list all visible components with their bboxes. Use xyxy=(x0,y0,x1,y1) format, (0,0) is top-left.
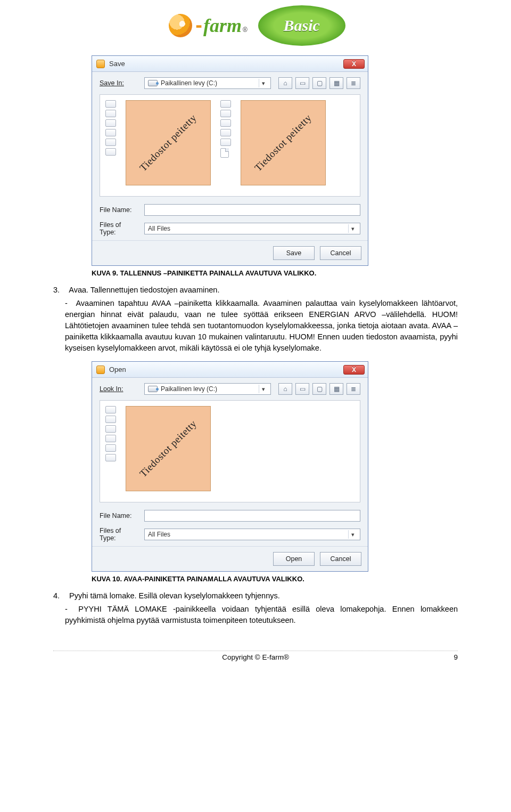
filename-label: File Name: xyxy=(100,206,139,214)
folder-icon[interactable] xyxy=(220,100,231,108)
cancel-button[interactable]: Cancel xyxy=(320,246,361,260)
folder-icon[interactable] xyxy=(105,425,116,433)
figure10-caption: KUVA 10. AVAA-PAINIKETTA PAINAMALLA AVAU… xyxy=(92,575,458,583)
folder-icon[interactable] xyxy=(105,416,116,423)
step3-title: Avaa. Tallennettujen tiedostojen avaamin… xyxy=(69,286,219,294)
new-folder-button[interactable]: ▢ xyxy=(312,77,326,89)
save-title: Save xyxy=(109,60,125,68)
filter-select[interactable]: All Files ▾ xyxy=(144,223,360,234)
page-footer: Copyright © E-farm® 9 xyxy=(53,651,458,661)
close-button[interactable]: X xyxy=(343,59,365,69)
chevron-down-icon: ▾ xyxy=(259,385,267,393)
folder-icon[interactable] xyxy=(105,148,116,156)
open-filter-label: Files of Type: xyxy=(100,527,139,542)
open-filter-select[interactable]: All Files ▾ xyxy=(144,529,360,540)
save-dialog: Save X Save In: Paikallinen levy (C:) ▾ … xyxy=(92,55,368,266)
folder-icon[interactable] xyxy=(220,119,231,127)
page-number: 9 xyxy=(454,653,458,661)
view-grid-button[interactable]: ▦ xyxy=(329,383,343,395)
folder-icon[interactable] xyxy=(105,444,116,452)
chevron-down-icon: ▾ xyxy=(259,79,267,87)
open-filename-label: File Name: xyxy=(100,512,139,519)
dash-icon: - xyxy=(65,604,72,615)
save-cover-text-1: Tiedostot peitetty xyxy=(137,112,199,174)
folder-icon[interactable] xyxy=(105,129,116,136)
filter-value: All Files xyxy=(148,225,170,232)
open-left-column xyxy=(105,406,116,497)
view-list-button[interactable]: ≣ xyxy=(347,383,360,395)
open-titlebar: Open X xyxy=(92,362,368,378)
open-filter-value: All Files xyxy=(148,531,170,538)
basic-logo-text: Basic xyxy=(258,5,345,46)
save-button[interactable]: Save xyxy=(273,246,315,260)
folder-icon[interactable] xyxy=(105,454,116,461)
drive-icon xyxy=(148,80,158,86)
figure9-caption: KUVA 9. TALLENNUS –PAINIKETTA PAINALLA A… xyxy=(92,269,458,277)
filename-input[interactable] xyxy=(144,204,360,216)
new-folder-button[interactable]: ▢ xyxy=(312,383,326,395)
save-titlebar: Save X xyxy=(92,56,368,72)
open-filename-input[interactable] xyxy=(144,510,360,522)
folder-icon[interactable] xyxy=(220,110,231,117)
open-file-area[interactable]: Tiedostot peitetty xyxy=(100,400,360,502)
save-titlebar-icon xyxy=(96,60,105,68)
efarm-swirl-icon xyxy=(169,14,192,37)
open-title: Open xyxy=(109,366,126,373)
open-titlebar-icon xyxy=(96,366,105,374)
dash-icon: - xyxy=(65,298,72,309)
open-drive-label: Paikallinen levy (C:) xyxy=(161,385,217,393)
chevron-down-icon: ▾ xyxy=(348,224,357,233)
step4-title: Pyyhi tämä lomake. Esillä olevan kyselyl… xyxy=(69,591,280,600)
home-button[interactable]: ⌂ xyxy=(278,77,292,89)
folder-icon[interactable] xyxy=(105,110,116,117)
up-folder-button[interactable]: ▭ xyxy=(295,383,309,395)
save-left-column xyxy=(105,100,116,191)
step4-body: PYYHI TÄMÄ LOMAKE -painikkeella voidaan … xyxy=(65,605,458,624)
save-drive-label: Paikallinen levy (C:) xyxy=(161,79,217,87)
folder-icon[interactable] xyxy=(105,119,116,127)
save-mid-column xyxy=(220,100,231,191)
home-button[interactable]: ⌂ xyxy=(278,383,292,395)
folder-icon[interactable] xyxy=(105,139,116,146)
folder-icon[interactable] xyxy=(105,100,116,108)
step3-number: 3. xyxy=(53,285,67,296)
folder-icon[interactable] xyxy=(220,129,231,136)
step4: 4. Pyyhi tämä lomake. Esillä olevan kyse… xyxy=(53,590,458,626)
drive-icon xyxy=(148,386,158,392)
efarm-logo: - farm ® xyxy=(166,5,251,46)
header-logos: - farm ® Basic xyxy=(53,5,458,46)
view-grid-button[interactable]: ▦ xyxy=(329,77,343,89)
efarm-name: farm xyxy=(203,14,242,37)
open-location-select[interactable]: Paikallinen levy (C:) ▾ xyxy=(144,383,271,395)
folder-icon[interactable] xyxy=(220,139,231,146)
folder-icon[interactable] xyxy=(105,406,116,413)
folder-icon[interactable] xyxy=(105,435,116,442)
save-cover-1: Tiedostot peitetty xyxy=(126,100,211,185)
look-in-label: Look In: xyxy=(100,385,139,393)
basic-logo: Basic xyxy=(258,5,345,46)
copyright-text: Copyright © E-farm® xyxy=(222,653,289,661)
efarm-dash: - xyxy=(195,15,202,35)
document-icon[interactable] xyxy=(220,148,229,158)
save-in-label: Save In: xyxy=(100,79,139,87)
open-cover-text: Tiedostot peitetty xyxy=(137,418,199,480)
save-location-select[interactable]: Paikallinen levy (C:) ▾ xyxy=(144,77,271,89)
save-cover-text-2: Tiedostot peitetty xyxy=(252,112,314,174)
efarm-registered: ® xyxy=(243,26,248,34)
step3-body: Avaaminen tapahtuu AVAA –painiketta klik… xyxy=(65,299,458,352)
chevron-down-icon: ▾ xyxy=(348,530,357,539)
step3: 3. Avaa. Tallennettujen tiedostojen avaa… xyxy=(53,285,458,354)
close-button[interactable]: X xyxy=(343,365,365,375)
open-dialog: Open X Look In: Paikallinen levy (C:) ▾ … xyxy=(92,361,368,572)
save-file-area[interactable]: Tiedostot peitetty Tiedostot peitetty xyxy=(100,94,360,197)
up-folder-button[interactable]: ▭ xyxy=(295,77,309,89)
open-cover: Tiedostot peitetty xyxy=(126,406,211,491)
cancel-button[interactable]: Cancel xyxy=(320,552,361,566)
step4-number: 4. xyxy=(53,590,67,602)
save-cover-2: Tiedostot peitetty xyxy=(241,100,326,185)
view-list-button[interactable]: ≣ xyxy=(347,77,360,89)
filter-label: Files of Type: xyxy=(100,221,139,236)
open-button[interactable]: Open xyxy=(273,552,315,566)
